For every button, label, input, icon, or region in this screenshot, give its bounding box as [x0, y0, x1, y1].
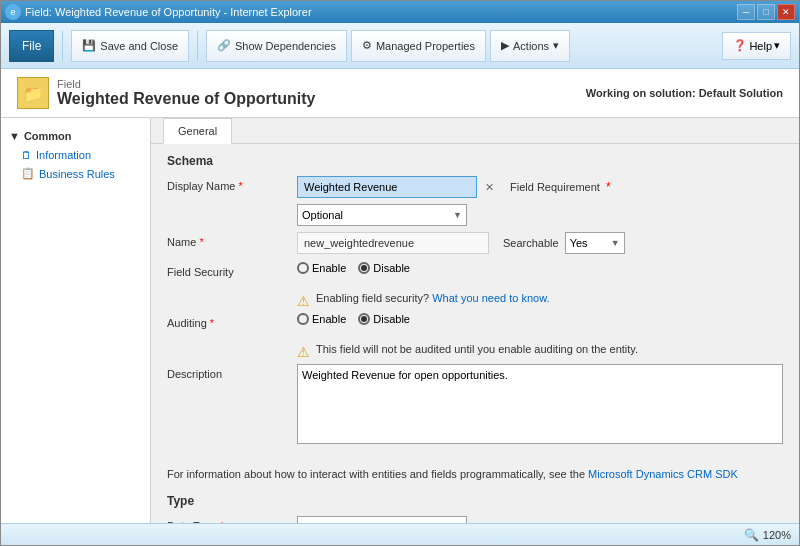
- file-button[interactable]: File: [9, 30, 54, 62]
- searchable-select[interactable]: Yes ▼: [565, 232, 625, 254]
- field-security-disable-circle: [358, 262, 370, 274]
- save-icon: 💾: [82, 39, 96, 52]
- field-security-enable-label: Enable: [312, 262, 346, 274]
- toolbar-separator-1: [62, 31, 63, 61]
- field-security-warning: ⚠ Enabling field security? What you need…: [297, 292, 783, 309]
- dependencies-icon: 🔗: [217, 39, 231, 52]
- display-name-row: Display Name * ✕ Field Requirement * Opt…: [167, 176, 783, 226]
- show-dependencies-label: Show Dependencies: [235, 40, 336, 52]
- field-requirement-required: *: [606, 180, 611, 194]
- window-title: Field: Weighted Revenue of Opportunity -…: [25, 6, 312, 18]
- type-section: Type Data Type * Currency ▼: [151, 488, 799, 523]
- auditing-required: *: [210, 317, 214, 329]
- name-input[interactable]: [297, 232, 489, 254]
- field-security-enable-circle: [297, 262, 309, 274]
- toolbar-separator-2: [197, 31, 198, 61]
- help-button[interactable]: ❓ Help ▾: [722, 32, 791, 60]
- field-requirement-arrow-icon: ▼: [453, 210, 462, 220]
- zoom-icon: 🔍: [744, 528, 759, 542]
- sidebar-item-information[interactable]: 🗒 Information: [1, 146, 150, 164]
- searchable-value: Yes: [570, 237, 588, 249]
- display-name-label: Display Name *: [167, 176, 297, 192]
- managed-properties-label: Managed Properties: [376, 40, 475, 52]
- entity-type-label: Field: [57, 78, 315, 90]
- sidebar-item-business-rules[interactable]: 📋 Business Rules: [1, 164, 150, 183]
- auditing-label: Auditing *: [167, 313, 297, 329]
- auditing-disable-label: Disable: [373, 313, 410, 325]
- field-security-row: Field Security Enable Disable: [167, 262, 783, 286]
- display-name-input[interactable]: [297, 176, 477, 198]
- help-label: Help: [749, 40, 772, 52]
- tab-general[interactable]: General: [163, 118, 232, 144]
- field-security-enable-radio[interactable]: Enable: [297, 262, 346, 274]
- show-dependencies-button[interactable]: 🔗 Show Dependencies: [206, 30, 347, 62]
- minimize-button[interactable]: ─: [737, 4, 755, 20]
- name-required: *: [199, 236, 203, 248]
- app-icon: e: [5, 4, 21, 20]
- display-name-clear-button[interactable]: ✕: [483, 181, 496, 194]
- auditing-warning: ⚠ This field will not be audited until y…: [297, 343, 783, 360]
- description-controls: Weighted Revenue for open opportunities.: [297, 364, 783, 444]
- field-security-disable-radio[interactable]: Disable: [358, 262, 410, 274]
- page-header: 📁 Field Weighted Revenue of Opportunity …: [1, 69, 799, 118]
- sidebar-information-label: Information: [36, 149, 91, 161]
- page-title: Weighted Revenue of Opportunity: [57, 90, 315, 108]
- auditing-disable-radio[interactable]: Disable: [358, 313, 410, 325]
- schema-section: Schema Display Name * ✕ Field Requiremen…: [151, 144, 799, 460]
- solution-info: Working on solution: Default Solution: [586, 87, 783, 99]
- sidebar: ▼ Common 🗒 Information 📋 Business Rules: [1, 118, 151, 523]
- description-textarea[interactable]: Weighted Revenue for open opportunities.: [297, 364, 783, 444]
- auditing-warning-text: This field will not be audited until you…: [316, 343, 638, 355]
- actions-label: Actions: [513, 40, 549, 52]
- sidebar-business-rules-label: Business Rules: [39, 168, 115, 180]
- tab-bar: General: [151, 118, 799, 144]
- data-type-label: Data Type *: [167, 516, 297, 523]
- name-controls: Searchable Yes ▼: [297, 232, 783, 254]
- status-bar: 🔍 120%: [1, 523, 799, 545]
- zoom-level: 120%: [763, 529, 791, 541]
- auditing-enable-label: Enable: [312, 313, 346, 325]
- data-type-row: Data Type * Currency ▼: [167, 516, 783, 523]
- help-icon: ❓: [733, 39, 747, 52]
- close-button[interactable]: ✕: [777, 4, 795, 20]
- field-security-label: Field Security: [167, 262, 297, 278]
- content-area: Schema Display Name * ✕ Field Requiremen…: [151, 144, 799, 523]
- field-security-disable-label: Disable: [373, 262, 410, 274]
- save-close-button[interactable]: 💾 Save and Close: [71, 30, 189, 62]
- warning-link[interactable]: What you need to know.: [432, 292, 549, 304]
- auditing-disable-circle: [358, 313, 370, 325]
- auditing-enable-radio[interactable]: Enable: [297, 313, 346, 325]
- toolbar: File 💾 Save and Close 🔗 Show Dependencie…: [1, 23, 799, 69]
- warning-text: Enabling field security? What you need t…: [316, 292, 550, 304]
- sdk-link[interactable]: Microsoft Dynamics CRM SDK: [588, 468, 738, 480]
- save-close-label: Save and Close: [100, 40, 178, 52]
- display-name-required: *: [239, 180, 243, 192]
- field-icon: 📁: [17, 77, 49, 109]
- zoom-area: 🔍 120%: [744, 528, 791, 542]
- field-requirement-select[interactable]: Optional ▼: [297, 204, 467, 226]
- actions-button[interactable]: ▶ Actions ▾: [490, 30, 570, 62]
- field-security-controls: Enable Disable: [297, 262, 783, 274]
- managed-properties-button[interactable]: ⚙ Managed Properties: [351, 30, 486, 62]
- warning-icon: ⚠: [297, 293, 310, 309]
- title-bar: e Field: Weighted Revenue of Opportunity…: [1, 1, 799, 23]
- field-requirement-label: Field Requirement: [510, 181, 600, 193]
- maximize-button[interactable]: □: [757, 4, 775, 20]
- auditing-row: Auditing * Enable: [167, 313, 783, 337]
- field-requirement-value: Optional: [302, 209, 343, 221]
- data-type-select[interactable]: Currency ▼: [297, 516, 467, 523]
- sidebar-section-common: ▼ Common: [1, 126, 150, 146]
- actions-arrow-icon: ▾: [553, 39, 559, 52]
- name-label: Name *: [167, 232, 297, 248]
- sidebar-common-label: Common: [24, 130, 72, 142]
- description-label: Description: [167, 364, 297, 380]
- business-rules-icon: 📋: [21, 167, 35, 180]
- searchable-label: Searchable: [503, 237, 559, 249]
- help-arrow-icon: ▾: [774, 39, 780, 52]
- auditing-controls: Enable Disable: [297, 313, 783, 325]
- description-row: Description Weighted Revenue for open op…: [167, 364, 783, 444]
- auditing-enable-circle: [297, 313, 309, 325]
- info-text-row: For information about how to interact wi…: [151, 468, 799, 480]
- auditing-warning-icon: ⚠: [297, 344, 310, 360]
- auditing-radio-group: Enable Disable: [297, 313, 410, 325]
